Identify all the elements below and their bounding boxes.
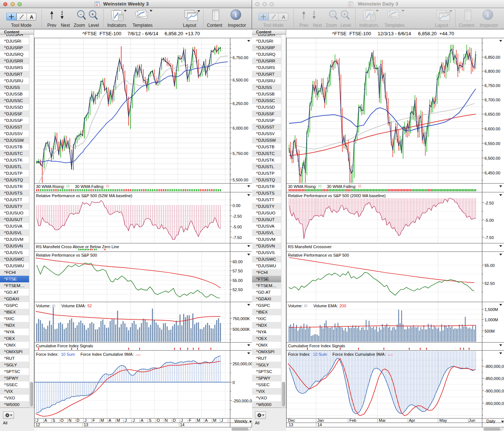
svg-text:-7.50: -7.50 xyxy=(233,235,242,240)
svg-text:57.50: 57.50 xyxy=(233,269,243,273)
svg-text:Dec: Dec xyxy=(288,418,295,423)
svg-text:-5.00: -5.00 xyxy=(233,225,242,229)
svg-text:A: A xyxy=(141,418,144,423)
svg-text:S: S xyxy=(149,418,151,423)
svg-text:Volume:: Volume: xyxy=(288,304,303,308)
svg-text:13: 13 xyxy=(84,423,88,427)
svg-text:200: 200 xyxy=(339,304,346,308)
svg-text:60.00: 60.00 xyxy=(233,260,243,264)
svg-text:J: J xyxy=(221,418,223,423)
svg-text:A: A xyxy=(109,418,112,423)
svg-text:6,500.00: 6,500.00 xyxy=(233,78,248,82)
svg-text:Cumulative Force Index Signals: Cumulative Force Index Signals xyxy=(36,344,93,348)
svg-text:7/6/12 - 6/6/14: 7/6/12 - 6/6/14 xyxy=(127,31,158,36)
svg-text:-2.50: -2.50 xyxy=(233,214,242,218)
svg-text:-: - xyxy=(80,11,82,17)
svg-text:Cumulative Force Index Signals: Cumulative Force Index Signals xyxy=(288,344,345,348)
svg-text:S: S xyxy=(53,418,55,423)
svg-text:+: + xyxy=(343,11,346,17)
svg-text:+44.70: +44.70 xyxy=(439,31,454,36)
svg-text:500M: 500M xyxy=(485,329,495,333)
svg-text:-250,000,00: -250,000,00 xyxy=(233,399,252,403)
svg-text:-2.50: -2.50 xyxy=(485,201,494,205)
svg-text:M: M xyxy=(101,418,104,423)
svg-text:Relative Performance vs S&P 50: Relative Performance vs S&P 500 xyxy=(36,253,97,257)
svg-text:+: + xyxy=(91,11,94,17)
svg-text:Force Index:: Force Index: xyxy=(36,352,58,356)
svg-text:N: N xyxy=(165,418,168,423)
svg-text:10 Sum: 10 Sum xyxy=(313,352,327,356)
svg-text:6,750.00: 6,750.00 xyxy=(485,83,500,88)
svg-text:0: 0 xyxy=(233,380,235,385)
svg-text:A: A xyxy=(205,418,208,423)
svg-text:A: A xyxy=(30,14,33,20)
svg-text:Daily: Daily xyxy=(486,419,496,423)
svg-text:^FTSE: ^FTSE xyxy=(82,31,97,36)
svg-text:5,750.00: 5,750.00 xyxy=(233,151,248,156)
svg-text:1,500M: 1,500M xyxy=(485,307,498,312)
svg-text:30 WMA Falling:: 30 WMA Falling: xyxy=(327,184,356,189)
svg-text:Relative Performance vs S&P 50: Relative Performance vs S&P 500 xyxy=(288,253,349,257)
svg-text:i: i xyxy=(235,11,237,19)
svg-text:55.00: 55.00 xyxy=(485,263,495,268)
svg-text:-850,000,00: -850,000,00 xyxy=(485,376,504,381)
svg-text:-800,000,00: -800,000,00 xyxy=(485,364,504,369)
svg-text:A: A xyxy=(44,418,47,423)
svg-text:Volume EMA:: Volume EMA: xyxy=(61,304,86,308)
svg-text:6,550.00: 6,550.00 xyxy=(485,141,500,146)
svg-text:RS Mansfield Crossover: RS Mansfield Crossover xyxy=(288,245,332,249)
svg-text:55.00: 55.00 xyxy=(233,278,243,283)
svg-text:Relative Performance vs S&P 50: Relative Performance vs S&P 500 (52W MA … xyxy=(36,193,132,198)
svg-text:N: N xyxy=(68,418,71,423)
svg-text:D: D xyxy=(76,418,79,423)
svg-text:FTSE-100: FTSE-100 xyxy=(100,31,121,36)
svg-text:6,858.20: 6,858.20 xyxy=(418,31,437,36)
svg-text:6,500.00: 6,500.00 xyxy=(485,156,500,160)
svg-text:10 Sum: 10 Sum xyxy=(61,352,75,356)
svg-text:750,000K: 750,000K xyxy=(233,316,250,321)
svg-text:F: F xyxy=(93,418,95,423)
svg-text:14: 14 xyxy=(180,423,184,427)
svg-text:6,000.00: 6,000.00 xyxy=(233,126,248,130)
svg-text:J: J xyxy=(125,418,127,423)
svg-text:M: M xyxy=(197,418,200,423)
svg-text:30 WMA Falling:: 30 WMA Falling: xyxy=(75,184,104,189)
svg-text:6,600.00: 6,600.00 xyxy=(485,127,500,131)
svg-text:Force Index Cumulative 9MA:: Force Index Cumulative 9MA: xyxy=(80,352,134,356)
svg-text:J: J xyxy=(181,418,183,423)
svg-text:J: J xyxy=(133,418,135,423)
svg-text:-900,000,00: -900,000,00 xyxy=(485,389,504,393)
svg-text:Jan: Jan xyxy=(317,418,324,423)
svg-text:-7.50: -7.50 xyxy=(485,235,494,240)
svg-text:O: O xyxy=(61,418,64,423)
svg-text:^FTSE: ^FTSE xyxy=(332,31,347,36)
svg-text:500,000K: 500,000K xyxy=(233,327,250,332)
svg-text:Feb: Feb xyxy=(349,418,356,423)
svg-text:12: 12 xyxy=(36,423,40,427)
svg-text:-950,000,00: -950,000,00 xyxy=(485,401,504,406)
svg-text:250,000,000: 250,000,000 xyxy=(233,362,252,366)
svg-text:6,250.00: 6,250.00 xyxy=(233,101,248,106)
svg-text:5,500.00: 5,500.00 xyxy=(233,178,248,182)
svg-text:Force Index Cumulative 9MA:: Force Index Cumulative 9MA: xyxy=(332,352,386,356)
svg-text:30 WMA Rising:: 30 WMA Rising: xyxy=(36,184,65,189)
svg-text:Force Index:: Force Index: xyxy=(288,352,310,356)
svg-text:-: - xyxy=(332,11,334,17)
svg-text:6,450.00: 6,450.00 xyxy=(485,171,500,175)
svg-text:52.50: 52.50 xyxy=(485,281,495,286)
svg-text:52: 52 xyxy=(87,304,92,308)
svg-text:J: J xyxy=(36,418,39,423)
svg-text:May: May xyxy=(439,418,447,423)
svg-text:Volume EMA:: Volume EMA: xyxy=(313,304,338,308)
svg-text:O: O xyxy=(157,418,160,423)
svg-text:A: A xyxy=(282,14,285,20)
svg-text:D: D xyxy=(173,418,176,423)
svg-text:i: i xyxy=(487,11,489,19)
svg-text:12/3/13 - 6/6/14: 12/3/13 - 6/6/14 xyxy=(378,31,411,36)
svg-text:6,650.00: 6,650.00 xyxy=(485,112,500,116)
svg-text:M: M xyxy=(117,418,120,423)
svg-text:J: J xyxy=(84,418,87,423)
svg-text:Mar: Mar xyxy=(379,418,386,423)
svg-text:6,700.00: 6,700.00 xyxy=(485,98,500,102)
svg-text:M: M xyxy=(213,418,216,423)
